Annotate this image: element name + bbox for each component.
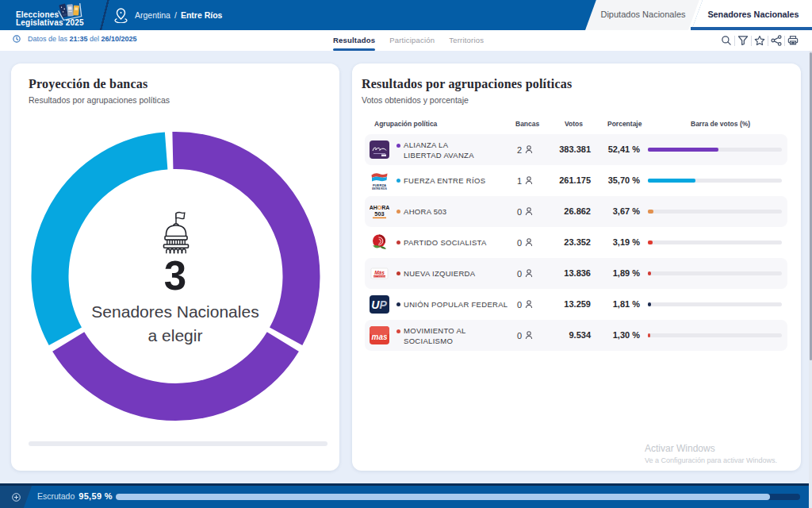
svg-text:AHORA: AHORA xyxy=(370,205,389,210)
svg-text:NUEVA IZQUIERDA: NUEVA IZQUIERDA xyxy=(372,275,388,277)
svg-text:ENTRE RÍOS: ENTRE RÍOS xyxy=(372,187,386,190)
svg-text:Más: Más xyxy=(374,270,385,275)
svg-text:mas: mas xyxy=(371,333,387,341)
svg-text:503: 503 xyxy=(374,210,384,217)
svg-text:UP: UP xyxy=(371,298,387,311)
